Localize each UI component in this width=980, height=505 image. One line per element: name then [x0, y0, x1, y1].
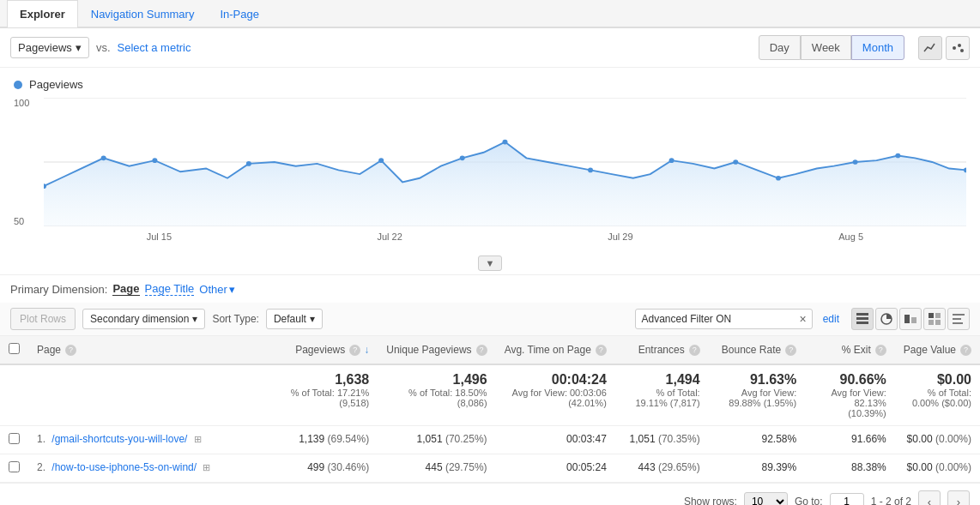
pagination-bar: Show rows: 10 25 50 100 Go to: 1 - 2 of …: [0, 483, 980, 505]
pval-help-icon[interactable]: ?: [960, 345, 971, 356]
x-label-jul15: Jul 15: [44, 231, 275, 252]
advanced-filter-input[interactable]: [641, 313, 795, 325]
svg-point-15: [733, 159, 738, 165]
row2-pv-pct: (30.46%): [328, 461, 370, 473]
atp-help-icon[interactable]: ?: [596, 345, 607, 356]
header-checkbox-col: [0, 336, 28, 364]
row1-exit: 91.66%: [805, 426, 895, 454]
header-page-label: Page: [37, 344, 61, 356]
chart-area: Pageviews 100 50: [0, 68, 980, 275]
header-avg-time[interactable]: Avg. Time on Page ?: [496, 336, 615, 364]
table-row: 2. /how-to-use-iphone-5s-on-wind/ ⊞ 499 …: [0, 454, 980, 483]
row1-checkbox[interactable]: [0, 426, 28, 454]
tab-navigation-summary[interactable]: Navigation Summary: [78, 0, 208, 27]
svg-point-7: [101, 156, 106, 161]
row1-copy-icon[interactable]: ⊞: [194, 434, 202, 444]
custom-report-icon[interactable]: [947, 308, 970, 330]
plot-rows-btn[interactable]: Plot Rows: [10, 308, 76, 330]
svg-rect-28: [929, 320, 934, 325]
period-month-btn[interactable]: Month: [851, 35, 904, 60]
row2-pval-value: $0.00: [907, 461, 933, 473]
primary-dimension-bar: Primary Dimension: Page Page Title Other…: [0, 275, 980, 303]
total-pv-cell: 1,638 % of Total: 17.21% (9,518): [281, 364, 378, 426]
exit-help-icon[interactable]: ?: [875, 345, 886, 356]
total-page-cell: [28, 364, 281, 426]
secondary-dim-dropdown[interactable]: Secondary dimension ▾: [82, 309, 205, 329]
tab-in-page[interactable]: In-Page: [207, 0, 272, 27]
header-pageviews[interactable]: Pageviews ? ↓: [281, 336, 378, 364]
header-pv-label: Pageviews: [295, 344, 345, 356]
svg-point-14: [669, 158, 675, 163]
row1-upv-pct: (70.25%): [445, 433, 487, 445]
row1-page-link[interactable]: /gmail-shortcuts-you-will-love/: [51, 433, 187, 445]
secondary-dim-label: Secondary dimension: [90, 313, 189, 325]
row2-pval: $0.00 (0.00%): [895, 454, 980, 483]
row2-copy-icon[interactable]: ⊞: [203, 462, 210, 472]
row1-atp: 00:03:47: [496, 426, 615, 454]
page-help-icon[interactable]: ?: [65, 345, 76, 356]
goto-label: Go to:: [795, 496, 823, 505]
dim-other-arrow: ▾: [229, 283, 235, 296]
header-bounce-rate[interactable]: Bounce Rate ?: [709, 336, 806, 364]
row2-page-link[interactable]: /how-to-use-iphone-5s-on-wind/: [51, 461, 197, 473]
upv-help-icon[interactable]: ?: [476, 345, 487, 356]
rows-select[interactable]: 10 25 50 100: [744, 492, 788, 505]
total-pval-cell: $0.00 % of Total: 0.00% ($0.00): [895, 364, 980, 426]
svg-point-8: [152, 158, 157, 163]
chart-xaxis: Jul 15 Jul 22 Jul 29 Aug 5: [44, 231, 966, 252]
row1-pval-pct: (0.00%): [935, 433, 971, 445]
br-help-icon[interactable]: ?: [785, 345, 796, 356]
header-entrances[interactable]: Entrances ?: [615, 336, 709, 364]
header-unique-pageviews[interactable]: Unique Pageviews ?: [378, 336, 495, 364]
header-page-value[interactable]: Page Value ?: [895, 336, 980, 364]
filter-clear-btn[interactable]: ×: [799, 312, 806, 326]
total-br-value: 91.63%: [717, 372, 797, 388]
dim-page-title-link[interactable]: Page Title: [145, 282, 195, 296]
goto-input[interactable]: [830, 493, 864, 505]
header-atp-label: Avg. Time on Page: [505, 344, 591, 356]
row2-entr-pct: (29.65%): [658, 461, 700, 473]
period-week-btn[interactable]: Week: [801, 35, 851, 60]
svg-point-11: [460, 156, 465, 161]
total-upv-sub: % of Total: 18.50% (8,086): [386, 388, 487, 408]
entr-help-icon[interactable]: ?: [689, 345, 700, 356]
svg-point-18: [895, 153, 900, 159]
svg-rect-29: [935, 320, 941, 325]
row2-num: 2.: [37, 461, 45, 473]
filter-edit-btn[interactable]: edit: [823, 313, 839, 325]
row1-check[interactable]: [9, 433, 20, 444]
metric-dropdown[interactable]: Pageviews ▾: [10, 37, 89, 58]
svg-rect-27: [935, 313, 941, 318]
total-upv-value: 1,496: [386, 372, 487, 388]
dim-other-dropdown[interactable]: Other ▾: [199, 283, 235, 296]
header-exit[interactable]: % Exit ?: [805, 336, 895, 364]
chart-collapse-btn[interactable]: ▼: [478, 256, 503, 271]
scatter-chart-icon[interactable]: [946, 36, 970, 60]
total-pv-value: 1,638: [290, 372, 369, 388]
svg-point-12: [503, 140, 508, 145]
row2-check[interactable]: [9, 461, 20, 472]
row2-checkbox[interactable]: [0, 454, 28, 483]
legend-dot: [14, 81, 22, 89]
secondary-dim-arrow: ▾: [192, 313, 197, 325]
filter-input-wrap: ×: [635, 309, 812, 329]
tab-explorer[interactable]: Explorer: [7, 0, 78, 27]
select-all-checkbox[interactable]: [9, 343, 20, 354]
row2-br: 89.39%: [709, 454, 806, 483]
sort-dropdown[interactable]: Default ▾: [266, 309, 323, 329]
pivot-icon[interactable]: [923, 308, 946, 330]
row1-pv-pct: (69.54%): [328, 433, 370, 445]
dim-page-link[interactable]: Page: [112, 282, 139, 296]
comparison-icon[interactable]: [899, 308, 922, 330]
chart-yaxis: 100 50: [14, 98, 44, 226]
select-metric-link[interactable]: Select a metric: [118, 41, 191, 54]
row1-upv-value: 1,051: [417, 433, 443, 445]
period-day-btn[interactable]: Day: [759, 35, 801, 60]
pv-help-icon[interactable]: ?: [349, 345, 360, 356]
line-chart-icon[interactable]: [918, 36, 942, 60]
data-table-icon[interactable]: [851, 308, 874, 330]
pie-chart-icon[interactable]: [875, 308, 898, 330]
prev-page-btn[interactable]: ‹: [918, 490, 941, 505]
next-page-btn[interactable]: ›: [947, 490, 970, 505]
header-pval-label: Page Value: [904, 344, 956, 356]
